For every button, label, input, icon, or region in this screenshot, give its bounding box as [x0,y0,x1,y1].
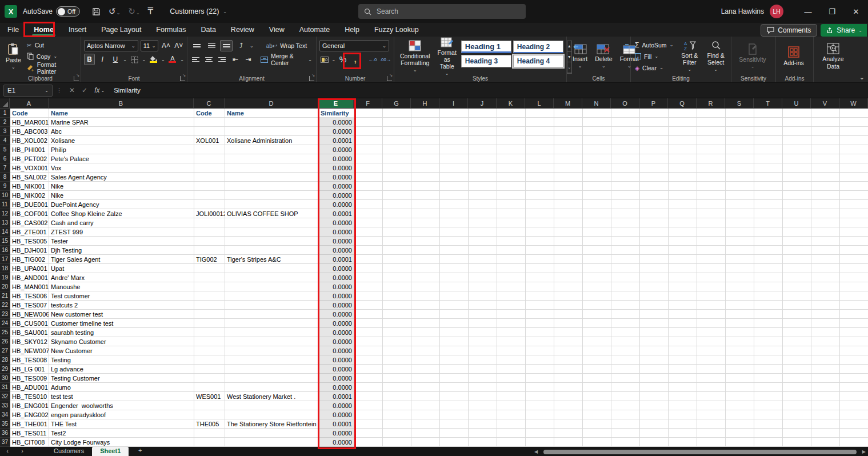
cell-H7[interactable] [411,163,440,173]
tab-fuzzy-lookup[interactable]: Fuzzy Lookup [367,23,426,37]
cell-O19[interactable] [611,273,640,282]
cell-N8[interactable] [583,173,611,182]
cell-T20[interactable] [754,282,783,291]
cell-V12[interactable] [811,209,840,218]
cell-F9[interactable] [354,182,383,191]
cell-N12[interactable] [583,209,611,218]
cell-T29[interactable] [754,365,783,374]
cell-R28[interactable] [697,355,726,365]
cell-G8[interactable] [383,173,411,182]
cell-W36[interactable] [840,429,868,438]
tab-insert[interactable]: Insert [61,23,94,37]
cell-A13[interactable]: HB_CAS002 [10,218,49,227]
find-select-button[interactable]: Find & Select ⌄ [703,39,728,74]
cell-B25[interactable]: saurabh testing [49,328,194,337]
row-header-23[interactable]: 23 [0,310,10,319]
cell-P24[interactable] [640,319,669,328]
cell-D16[interactable] [225,246,319,255]
cell-F5[interactable] [354,145,383,154]
cell-V27[interactable] [811,346,840,355]
cell-W35[interactable] [840,419,868,429]
cell-G6[interactable] [383,154,411,163]
cell-L7[interactable] [526,163,554,173]
cell-O30[interactable] [611,374,640,383]
cell-K24[interactable] [497,319,526,328]
cell-T16[interactable] [754,246,783,255]
column-header-t[interactable]: T [754,98,782,109]
cell-W21[interactable] [840,291,868,301]
column-header-m[interactable]: M [554,98,582,109]
tab-help[interactable]: Help [337,23,367,37]
cell-E23[interactable]: 0.0000 [319,310,354,319]
cell-S34[interactable] [726,410,754,419]
autosum-button[interactable]: Σ AutoSum ⌄ [634,40,675,50]
cell-S32[interactable] [726,392,754,401]
cell-D15[interactable] [225,237,319,246]
cell-P36[interactable] [640,429,669,438]
cell-B22[interactable]: testcuts 2 [49,301,194,310]
cell-E22[interactable]: 0.0000 [319,301,354,310]
cell-B28[interactable]: Testing [49,355,194,365]
row-header-24[interactable]: 24 [0,319,10,328]
row-header-18[interactable]: 18 [0,264,10,273]
row-header-34[interactable]: 34 [0,410,10,419]
sheet-tab-customers[interactable]: Customers [46,447,92,456]
cell-Q18[interactable] [669,264,697,273]
cell-H22[interactable] [411,301,440,310]
cell-U20[interactable] [783,282,811,291]
cell-O24[interactable] [611,319,640,328]
cell-C1[interactable]: Code [194,109,225,118]
cell-O37[interactable] [611,438,640,447]
cell-C17[interactable]: TIG002 [194,255,225,264]
row-header-3[interactable]: 3 [0,127,10,136]
cell-R14[interactable] [697,227,726,237]
cell-T3[interactable] [754,127,783,136]
cell-H32[interactable] [411,392,440,401]
cell-V7[interactable] [811,163,840,173]
cell-P30[interactable] [640,374,669,383]
tab-automate[interactable]: Automate [292,23,338,37]
cell-J26[interactable] [469,337,497,346]
cell-U35[interactable] [783,419,811,429]
font-name-select[interactable]: Aptos Narrow⌄ [84,40,138,51]
cell-P22[interactable] [640,301,669,310]
column-header-f[interactable]: F [354,98,382,109]
cell-V2[interactable] [811,118,840,127]
cell-L33[interactable] [526,401,554,410]
cell-K34[interactable] [497,410,526,419]
cell-S27[interactable] [726,346,754,355]
name-box[interactable]: E1⌄ [3,85,53,97]
cell-B37[interactable]: City Lodge Fourways [49,438,194,447]
cell-J23[interactable] [469,310,497,319]
cell-N31[interactable] [583,383,611,392]
comma-style-button[interactable]: , [350,54,361,65]
cell-R31[interactable] [697,383,726,392]
cell-I6[interactable] [440,154,469,163]
cell-Q37[interactable] [669,438,697,447]
cell-S23[interactable] [726,310,754,319]
cell-G33[interactable] [383,401,411,410]
cell-Q12[interactable] [669,209,697,218]
cell-L13[interactable] [526,218,554,227]
cell-Q28[interactable] [669,355,697,365]
cell-I23[interactable] [440,310,469,319]
cell-A17[interactable]: HB_TIG002 [10,255,49,264]
cell-Q34[interactable] [669,410,697,419]
cell-H12[interactable] [411,209,440,218]
cell-B14[interactable]: ZTEST 999 [49,227,194,237]
cell-G2[interactable] [383,118,411,127]
cell-O11[interactable] [611,200,640,209]
underline-button[interactable]: U [110,54,121,65]
cell-H1[interactable] [411,109,440,118]
cell-D3[interactable] [225,127,319,136]
cell-E28[interactable]: 0.0000 [319,355,354,365]
quick-access-customize-icon[interactable]: ₸ [148,6,154,17]
cell-G36[interactable] [383,429,411,438]
cell-I37[interactable] [440,438,469,447]
cell-O16[interactable] [611,246,640,255]
cell-F25[interactable] [354,328,383,337]
cell-N11[interactable] [583,200,611,209]
cell-A25[interactable]: HB_SAU001 [10,328,49,337]
cell-J37[interactable] [469,438,497,447]
cell-S21[interactable] [726,291,754,301]
